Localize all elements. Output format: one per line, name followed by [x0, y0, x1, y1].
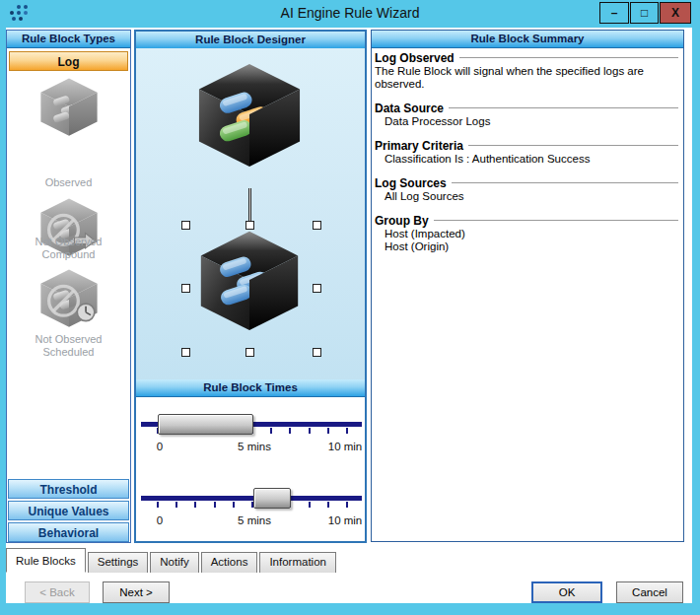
ai-engine-rule-wizard-window: AI Engine Rule Wizard – □ X Rule Block T…	[0, 0, 700, 615]
selection-handle[interactable]	[313, 221, 321, 230]
behavioral-category-button[interactable]: Behavioral	[8, 522, 129, 542]
titlebar: AI Engine Rule Wizard – □ X	[0, 0, 700, 28]
summary-heading: Group By	[375, 214, 429, 228]
rule-block-times-section: 0 5 mins 10 min 0 5 mins 10 min	[136, 397, 365, 541]
rule-block-times-header: Rule Block Times	[136, 379, 365, 397]
selection-handle[interactable]	[245, 348, 254, 357]
tab-notify[interactable]: Notify	[150, 552, 198, 573]
not-observed-compound-label-1: Not Observed	[7, 236, 130, 248]
summary-section-group-by: Group By Host (Impacted) Host (Origin)	[375, 214, 679, 253]
heading-rule-line	[434, 220, 678, 223]
summary-item: All Log Sources	[375, 190, 679, 203]
rule-block-summary-panel: Rule Block Summary Log Observed The Rule…	[371, 30, 684, 542]
tab-settings[interactable]: Settings	[88, 552, 149, 573]
minimize-icon: –	[611, 6, 618, 20]
unique-values-category-button[interactable]: Unique Values	[8, 501, 129, 520]
slider-2-handle[interactable]	[253, 488, 291, 509]
next-button[interactable]: Next >	[103, 581, 170, 603]
maximize-button[interactable]: □	[630, 2, 659, 24]
selection-handle[interactable]	[313, 348, 321, 357]
designer-source-cube-icon[interactable]	[191, 60, 308, 172]
summary-section-log-observed: Log Observed The Rule Block will signal …	[375, 51, 679, 91]
slider-1-handle[interactable]	[158, 414, 253, 435]
selection-handle[interactable]	[181, 221, 190, 230]
slider-1-label-10: 10 min	[328, 441, 363, 452]
heading-rule-line	[449, 107, 678, 110]
slider-1-label-5: 5 mins	[238, 441, 271, 452]
designer-selected-cube-icon[interactable]	[193, 228, 306, 336]
summary-item: Classification Is : Authentication Succe…	[375, 153, 679, 166]
not-observed-scheduled-label-1: Not Observed	[7, 333, 130, 346]
client-area: Rule Block Types Log Observed	[6, 28, 692, 603]
summary-heading: Log Observed	[375, 51, 455, 65]
rule-block-types-panel: Rule Block Types Log Observed	[6, 30, 131, 543]
close-icon: X	[671, 6, 679, 20]
tab-rule-blocks[interactable]: Rule Blocks	[6, 548, 86, 573]
designer-canvas[interactable]	[136, 48, 365, 379]
maximize-icon: □	[641, 6, 648, 20]
summary-item: Host (Origin)	[375, 240, 679, 253]
rule-block-designer-panel: Rule Block Designer	[134, 30, 367, 543]
summary-item: The Rule Block will signal when the spec…	[375, 65, 679, 91]
back-button[interactable]: < Back	[25, 581, 90, 603]
tab-information[interactable]: Information	[259, 552, 336, 573]
not-observed-compound-label-2: Compound	[7, 248, 130, 261]
selection-handle[interactable]	[313, 284, 321, 293]
log-category-button[interactable]: Log	[9, 51, 128, 71]
selection-handle[interactable]	[181, 348, 190, 357]
rule-block-designer-header: Rule Block Designer	[136, 32, 365, 49]
not-observed-scheduled-label-2: Scheduled	[7, 346, 130, 359]
summary-item: Host (Impacted)	[375, 228, 679, 240]
cancel-button[interactable]: Cancel	[616, 581, 683, 603]
observed-cube-icon[interactable]	[36, 76, 102, 141]
summary-heading: Data Source	[375, 102, 444, 115]
summary-section-log-sources: Log Sources All Log Sources	[375, 176, 679, 203]
ok-button[interactable]: OK	[531, 581, 602, 603]
rule-block-types-header: Rule Block Types	[7, 31, 130, 48]
rule-block-summary-header: Rule Block Summary	[372, 31, 683, 48]
not-observed-scheduled-icon[interactable]	[36, 267, 102, 332]
summary-section-primary-criteria: Primary Criteria Classification Is : Aut…	[375, 139, 679, 166]
summary-body: Log Observed The Rule Block will signal …	[372, 48, 683, 541]
threshold-category-button[interactable]: Threshold	[8, 479, 129, 499]
window-title: AI Engine Rule Wizard	[0, 5, 700, 21]
wizard-tabstrip: Rule Blocks Settings Notify Actions Info…	[6, 547, 338, 573]
heading-rule-line	[468, 145, 678, 148]
slider-2-label-0: 0	[157, 514, 163, 526]
slider-2-label-5: 5 mins	[238, 514, 271, 526]
summary-heading: Primary Criteria	[375, 139, 463, 153]
slider-2-track[interactable]	[141, 496, 362, 501]
summary-section-data-source: Data Source Data Processor Logs	[375, 102, 679, 128]
slider-1-label-0: 0	[157, 441, 163, 452]
minimize-button[interactable]: –	[599, 2, 629, 24]
selection-handle[interactable]	[181, 284, 190, 293]
selection-handle[interactable]	[245, 221, 254, 230]
close-button[interactable]: X	[660, 2, 691, 24]
slider-2-label-10: 10 min	[328, 514, 363, 526]
heading-rule-line	[459, 57, 678, 60]
summary-item: Data Processor Logs	[375, 115, 679, 128]
tab-actions[interactable]: Actions	[201, 552, 258, 573]
summary-heading: Log Sources	[375, 176, 447, 190]
heading-rule-line	[452, 182, 678, 185]
